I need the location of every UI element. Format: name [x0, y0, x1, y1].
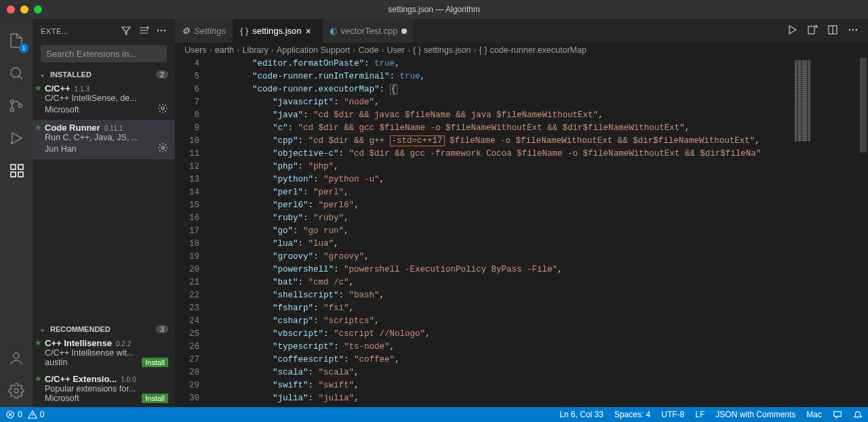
- svg-point-0: [11, 68, 20, 77]
- braces-icon: { }: [413, 45, 421, 55]
- status-errors[interactable]: 0: [5, 410, 22, 419]
- svg-point-3: [19, 104, 22, 108]
- breadcrumb-segment[interactable]: Library: [243, 45, 269, 55]
- sidebar-header: EXTE...: [33, 19, 175, 43]
- activity-bar: 1: [0, 19, 33, 407]
- svg-rect-8: [18, 165, 23, 169]
- open-changes-icon[interactable]: [807, 24, 818, 37]
- status-cursor-position[interactable]: Ln 6, Col 33: [559, 410, 604, 419]
- close-window[interactable]: [7, 5, 15, 14]
- breadcrumb-segment[interactable]: Application Support: [277, 45, 350, 55]
- vertical-scrollbar[interactable]: [859, 58, 868, 407]
- chevron-down-icon: ⌄: [39, 70, 47, 79]
- breadcrumb-segment[interactable]: settings.json: [424, 45, 471, 55]
- status-language[interactable]: JSON with Comments: [715, 410, 795, 419]
- recommended-count: 3: [156, 325, 168, 333]
- breadcrumb-segment[interactable]: earth: [215, 45, 235, 55]
- scrollbar-thumb[interactable]: [860, 58, 867, 152]
- status-encoding[interactable]: UTF-8: [661, 410, 684, 419]
- editor-area: ⚙ Settings { } settings.json × ◐ vectorT…: [175, 19, 868, 407]
- section-recommended[interactable]: ⌄ RECOMMENDED 3: [33, 322, 175, 335]
- more-icon[interactable]: [156, 25, 167, 37]
- status-warnings[interactable]: 0: [28, 410, 45, 419]
- extension-item[interactable]: ★ C/C++ Extensio...1.0.0 Popular extensi…: [33, 371, 175, 407]
- extension-description: Popular extensions for...: [45, 384, 168, 394]
- more-actions-icon[interactable]: [848, 24, 859, 37]
- window-controls: [7, 5, 42, 14]
- breadcrumb-segment[interactable]: Code: [358, 45, 378, 55]
- filter-icon[interactable]: [121, 25, 132, 37]
- explorer-badge: 1: [19, 43, 28, 53]
- extension-name: C++ Intellisense: [45, 338, 112, 348]
- breadcrumb-segment[interactable]: User: [387, 45, 405, 55]
- run-debug-icon[interactable]: [0, 122, 33, 154]
- extension-version: 1.1.3: [75, 85, 90, 93]
- maximize-window[interactable]: [34, 5, 42, 14]
- svg-rect-6: [11, 172, 16, 177]
- tab-bar: ⚙ Settings { } settings.json × ◐ vectorT…: [175, 19, 868, 43]
- tab-settings[interactable]: ⚙ Settings: [175, 19, 233, 43]
- breadcrumb[interactable]: Users ›earth ›Library ›Application Suppo…: [175, 43, 868, 58]
- extensions-search-input[interactable]: [41, 45, 167, 62]
- braces-icon: { }: [240, 26, 248, 36]
- svg-point-15: [161, 146, 164, 149]
- explorer-icon[interactable]: 1: [0, 24, 33, 57]
- svg-rect-5: [11, 165, 16, 169]
- status-eol[interactable]: LF: [695, 410, 705, 419]
- titlebar: settings.json — Algorithm: [0, 0, 868, 19]
- extension-item[interactable]: ★ C++ Intellisense0.2.2 C/C++ Intellisen…: [33, 335, 175, 371]
- extension-name: C/C++: [45, 83, 71, 93]
- installed-count: 2: [156, 70, 168, 79]
- star-icon: ★: [35, 83, 42, 93]
- status-os[interactable]: Mac: [806, 410, 822, 419]
- svg-point-18: [849, 29, 851, 31]
- svg-rect-16: [808, 26, 814, 34]
- search-icon[interactable]: [0, 57, 33, 89]
- svg-point-20: [856, 29, 858, 31]
- window-title: settings.json — Algorithm: [388, 5, 479, 14]
- feedback-icon[interactable]: [833, 410, 842, 419]
- split-editor-icon[interactable]: [827, 24, 838, 37]
- extension-item[interactable]: ★ Code Runner0.11.1 Run C, C++, Java, JS…: [33, 120, 175, 159]
- tab-settings-json[interactable]: { } settings.json ×: [233, 19, 323, 43]
- extension-version: 0.11.1: [104, 125, 123, 132]
- gear-icon: ⚙: [182, 26, 190, 36]
- code-content[interactable]: "editor.formatOnPaste": true, "code-runn…: [212, 58, 791, 407]
- minimize-window[interactable]: [20, 5, 28, 14]
- modified-indicator: [401, 28, 407, 34]
- source-control-icon[interactable]: [0, 89, 33, 122]
- breadcrumb-segment[interactable]: code-runner.executorMap: [490, 45, 586, 55]
- close-icon[interactable]: ×: [306, 26, 315, 37]
- extension-manage-gear-icon[interactable]: [157, 103, 168, 116]
- extension-description: Run C, C++, Java, JS, ...: [45, 133, 168, 142]
- tab-label: vectorTest.cpp: [341, 26, 398, 36]
- extension-publisher: Jun Han: [45, 144, 77, 154]
- install-button[interactable]: Install: [142, 358, 168, 367]
- extension-publisher: Microsoft: [45, 105, 79, 114]
- star-icon: ★: [35, 123, 42, 132]
- run-icon[interactable]: [787, 24, 797, 37]
- clear-icon[interactable]: [138, 25, 149, 37]
- svg-point-19: [852, 29, 854, 31]
- status-indent[interactable]: Spaces: 4: [614, 410, 650, 419]
- svg-point-11: [157, 29, 159, 31]
- minimap[interactable]: ███ ████ ██████ ███ ███ ████ ██████ ███ …: [791, 58, 859, 407]
- extension-item[interactable]: ★ C/C++1.1.3 C/C++ IntelliSense, de... M…: [33, 81, 175, 120]
- svg-point-13: [164, 29, 166, 31]
- notifications-icon[interactable]: [853, 410, 863, 419]
- tab-label: settings.json: [252, 26, 301, 36]
- tab-vector-test[interactable]: ◐ vectorTest.cpp: [323, 19, 415, 43]
- extensions-icon[interactable]: [0, 154, 33, 187]
- svg-point-12: [161, 29, 163, 31]
- extension-version: 0.2.2: [116, 340, 131, 347]
- section-installed[interactable]: ⌄ INSTALLED 2: [33, 68, 175, 81]
- breadcrumb-segment[interactable]: Users: [184, 45, 207, 55]
- accounts-icon[interactable]: [0, 342, 33, 375]
- extension-manage-gear-icon[interactable]: [157, 142, 168, 155]
- install-button[interactable]: Install: [142, 394, 168, 403]
- extension-publisher: Microsoft: [45, 394, 79, 403]
- cpp-icon: ◐: [330, 26, 337, 36]
- star-icon: ★: [35, 374, 42, 383]
- svg-point-9: [14, 353, 19, 358]
- settings-gear-icon[interactable]: [0, 375, 33, 407]
